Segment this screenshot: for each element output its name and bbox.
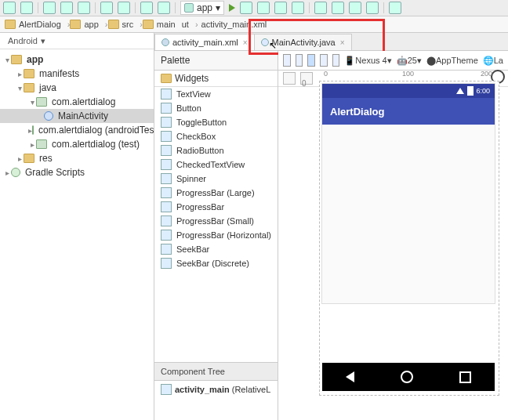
expand-toggle[interactable]: ▸ (16, 70, 24, 78)
pan-tool-icon[interactable] (296, 54, 303, 67)
sync-icon[interactable] (366, 2, 379, 14)
widget-label: ProgressBar (Large) (176, 188, 255, 197)
orientation-icon[interactable] (332, 54, 340, 67)
gradle-icon (11, 168, 20, 177)
back-icon[interactable] (140, 2, 153, 14)
sdk-icon[interactable] (332, 2, 344, 14)
component-root[interactable]: activity_main (RelativeL (161, 384, 271, 395)
api-selector[interactable]: 🤖25▾ (397, 56, 422, 66)
save-icon[interactable] (20, 2, 33, 14)
ruler-horizontal: 0 100 200 (319, 70, 508, 81)
device-preview[interactable]: 6:00 AlertDialog (322, 84, 495, 303)
cut-icon[interactable] (43, 2, 56, 14)
tree-label: MainActivity (58, 110, 108, 121)
crumb-main[interactable]: main (143, 20, 176, 29)
preview-app-bar: AlertDialog (322, 98, 495, 125)
expand-toggle[interactable]: ▾ (28, 98, 36, 107)
crumb-project[interactable]: AlertDialog (5, 20, 61, 29)
close-icon[interactable]: × (340, 38, 345, 47)
expand-toggle[interactable]: ▸ (16, 154, 24, 163)
widget-checkedtextview[interactable]: CheckedTextView (154, 158, 278, 172)
project-view-selector[interactable]: Android ▾ (0, 33, 154, 49)
open-icon[interactable] (3, 2, 16, 14)
expand-toggle[interactable]: ▸ (3, 168, 11, 177)
ruler-origin: 0 (302, 79, 307, 88)
crumb-app[interactable]: app (70, 20, 98, 29)
ruler-tick: 100 (402, 70, 414, 78)
widget-progressbar-horizontal[interactable]: ProgressBar (Horizontal) (154, 228, 278, 242)
widget-seekbar[interactable]: SeekBar (154, 242, 278, 256)
help-icon[interactable] (389, 2, 401, 14)
widget-label: SeekBar (176, 244, 209, 254)
crumb-label: AlertDialog (19, 20, 61, 29)
tree-node-package-androidtest[interactable]: ▸com.alertdialog (androidTest) (0, 123, 154, 137)
tree-node-manifests[interactable]: ▸manifests (0, 67, 154, 81)
run-button[interactable] (229, 4, 235, 12)
undo-icon[interactable] (100, 2, 113, 14)
copy-icon[interactable] (60, 2, 73, 14)
project-structure-icon[interactable] (349, 2, 361, 14)
folder-icon (24, 83, 34, 92)
separator (38, 2, 38, 13)
progress-icon (161, 201, 172, 212)
widget-radiobutton[interactable]: RadioButton (154, 143, 278, 158)
expand-toggle[interactable]: ▾ (16, 84, 24, 92)
widget-seekbar-discrete[interactable]: SeekBar (Discrete) (154, 256, 278, 270)
tree-node-package-test[interactable]: ▸com.alertdialog (test) (0, 137, 154, 151)
separator (175, 2, 176, 13)
stop-icon[interactable] (292, 2, 304, 14)
chevron-down-icon: ▾ (216, 2, 220, 13)
debug-icon[interactable] (240, 2, 252, 14)
select-tool-icon[interactable] (283, 54, 291, 67)
progress-icon (161, 215, 172, 226)
widget-textview[interactable]: TextView (154, 87, 278, 101)
checkedtextview-icon (161, 159, 172, 170)
crumb-file[interactable]: activity_main.xml (198, 20, 267, 29)
tree-node-app[interactable]: ▾app (0, 52, 154, 67)
tree-node-mainactivity[interactable]: MainActivity (0, 109, 154, 123)
class-icon (44, 111, 53, 121)
avd-icon[interactable] (314, 2, 327, 14)
palette-section-widgets[interactable]: Widgets (154, 71, 278, 87)
module-icon (11, 55, 22, 64)
run-config-selector[interactable]: app ▾ (180, 1, 224, 15)
locale-selector[interactable]: 🌐La (483, 56, 503, 66)
crumb-label: activity_main.xml (201, 20, 267, 29)
crumb-label: src (122, 20, 134, 29)
widget-checkbox[interactable]: CheckBox (154, 129, 278, 143)
paste-icon[interactable] (78, 2, 90, 14)
folder-icon (108, 20, 119, 29)
crumb-cut[interactable]: ut (182, 20, 189, 29)
tree-node-package[interactable]: ▾com.alertdialog (0, 95, 154, 109)
close-icon[interactable]: × (243, 38, 248, 47)
expand-toggle[interactable]: ▸ (28, 140, 36, 149)
widget-progressbar-large[interactable]: ProgressBar (Large) (154, 186, 278, 200)
package-icon (36, 139, 47, 149)
tree-node-java[interactable]: ▾java (0, 81, 154, 95)
theme-selector[interactable]: ⬤AppTheme (426, 56, 478, 66)
blueprint-view-icon[interactable] (320, 54, 328, 67)
profile-icon[interactable] (257, 2, 270, 14)
widget-spinner[interactable]: Spinner (154, 172, 278, 186)
preview-clock: 6:00 (477, 87, 491, 95)
preview-app-title: AlertDialog (330, 106, 384, 118)
separator (309, 2, 310, 13)
tree-node-res[interactable]: ▸res (0, 151, 154, 165)
forward-icon[interactable] (158, 2, 170, 14)
device-selector[interactable]: 📱Nexus 4▾ (344, 56, 391, 66)
widget-progressbar[interactable]: ProgressBar (154, 200, 278, 214)
tab-mainactivity-java[interactable]: MainActivity.java× (254, 34, 352, 50)
widget-button[interactable]: Button (154, 101, 278, 115)
tree-node-gradle[interactable]: ▸Gradle Scripts (0, 165, 154, 179)
attach-icon[interactable] (274, 2, 287, 14)
redo-icon[interactable] (118, 2, 130, 14)
widget-progressbar-small[interactable]: ProgressBar (Small) (154, 214, 278, 228)
crumb-src[interactable]: src (108, 20, 134, 29)
tab-activity-main-xml[interactable]: activity_main.xml× (154, 34, 255, 50)
design-view-icon[interactable] (307, 54, 315, 67)
zoom-out-icon[interactable] (283, 72, 296, 85)
expand-toggle[interactable]: ▾ (3, 56, 11, 64)
widget-label: CheckBox (176, 132, 216, 141)
tree-label: res (39, 153, 53, 164)
widget-togglebutton[interactable]: ToggleButton (154, 115, 278, 129)
